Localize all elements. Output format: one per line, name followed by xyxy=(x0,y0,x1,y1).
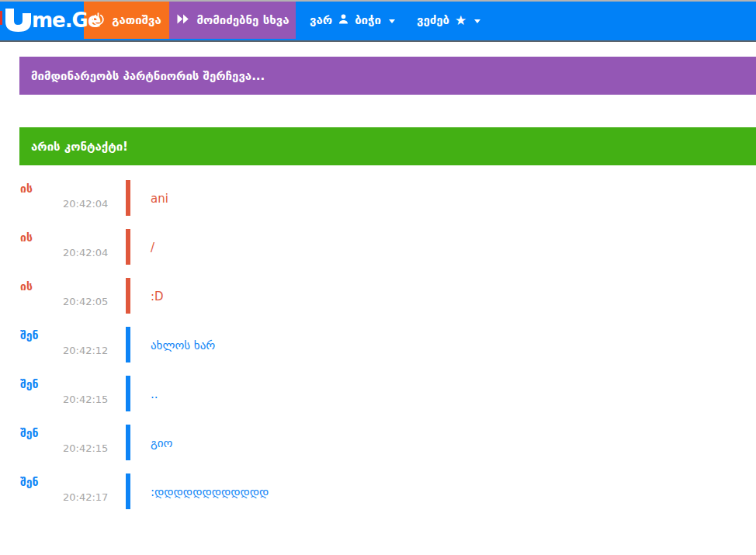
sender-color-bar xyxy=(126,278,130,314)
contact-found-text: არის კონტაქტი! xyxy=(31,140,128,154)
message-text: .. xyxy=(151,387,158,401)
chat-message-row: შენ 20:42:15 .. xyxy=(0,376,756,425)
find-another-button-label: მომიძებნე სხვა xyxy=(197,13,290,27)
message-text: ani xyxy=(151,192,168,206)
gender-dropdown-prefix: ვარ xyxy=(310,13,332,27)
chevron-down-icon xyxy=(389,19,395,23)
gender-dropdown-value: ბიჭი xyxy=(355,13,381,27)
chat-message-row: ის 20:42:05 :D xyxy=(0,278,756,327)
find-another-button[interactable]: მომიძებნე სხვა xyxy=(169,2,296,39)
sender-color-bar xyxy=(126,327,130,362)
looking-for-prefix: ვეძებ xyxy=(417,13,449,27)
sender-color-bar xyxy=(126,180,130,216)
star-icon: ★ xyxy=(455,14,466,27)
searching-status-banner: მიმდინარეობს პარტნიორის შერჩევა... xyxy=(19,57,756,95)
logo-text: me.Ge xyxy=(32,10,101,30)
chat-message-row: შენ 20:42:12 ახლოს ხარ xyxy=(0,327,756,376)
timestamp: 20:42:05 xyxy=(63,296,108,307)
sender-color-bar xyxy=(126,229,130,265)
top-navbar: me.Ge გათიშვა მომიძებნე სხვა ვარ ბიჭი xyxy=(0,0,756,42)
logo-u-icon xyxy=(5,9,32,32)
sender-color-bar xyxy=(126,425,130,460)
sender-color-bar xyxy=(126,376,130,411)
sender-label: შენ xyxy=(20,427,38,439)
sender-label: შენ xyxy=(20,378,38,390)
chat-list: ის 20:42:04 ani ის 20:42:04 / ის 20:42:0… xyxy=(0,180,756,522)
timestamp: 20:42:04 xyxy=(63,247,108,258)
timestamp: 20:42:17 xyxy=(63,491,108,503)
timestamp: 20:42:04 xyxy=(63,198,108,210)
message-text: :დდდდდდდდდდდდ xyxy=(151,485,269,499)
chevron-down-icon xyxy=(474,19,480,23)
gender-dropdown[interactable]: ვარ ბიჭი xyxy=(310,2,395,39)
contact-found-banner: არის კონტაქტი! xyxy=(19,127,756,165)
chat-message-row: ის 20:42:04 / xyxy=(0,229,756,278)
person-icon xyxy=(338,13,349,28)
message-text: ახლოს ხარ xyxy=(151,338,215,352)
disconnect-button-label: გათიშვა xyxy=(112,13,161,27)
sender-label: ის xyxy=(20,231,33,244)
timestamp: 20:42:15 xyxy=(63,394,108,405)
timestamp: 20:42:15 xyxy=(63,442,108,454)
message-text: გიო xyxy=(151,436,172,450)
looking-for-dropdown[interactable]: ვეძებ ★ xyxy=(417,2,480,39)
fast-forward-icon xyxy=(176,13,190,28)
chat-message-row: ის 20:42:04 ani xyxy=(0,180,756,229)
chat-message-row: შენ 20:42:17 :დდდდდდდდდდდდ xyxy=(0,473,756,522)
sender-color-bar xyxy=(126,473,130,509)
chat-message-row: შენ 20:42:15 გიო xyxy=(0,425,756,473)
message-text: / xyxy=(151,241,154,255)
sender-label: ის xyxy=(20,280,33,293)
sender-label: ის xyxy=(20,182,33,195)
sender-label: შენ xyxy=(20,329,38,342)
message-text: :D xyxy=(151,290,164,304)
site-logo[interactable]: me.Ge xyxy=(0,2,84,39)
timestamp: 20:42:12 xyxy=(63,345,108,356)
sender-label: შენ xyxy=(20,476,38,488)
logo-red-accent xyxy=(0,11,2,25)
searching-status-text: მიმდინარეობს პარტნიორის შერჩევა... xyxy=(31,69,265,83)
